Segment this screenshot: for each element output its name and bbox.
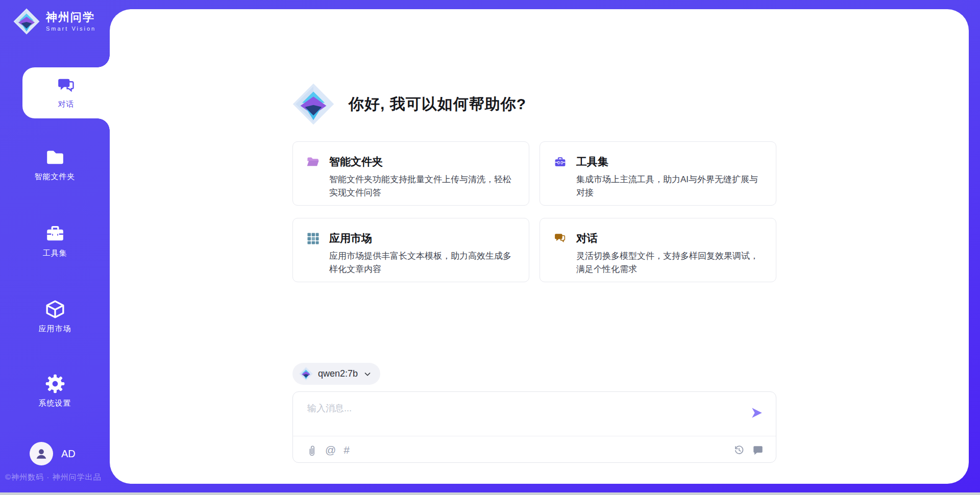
sidebar-item-label: 工具集	[43, 249, 67, 258]
topic-button[interactable]: #	[344, 444, 350, 456]
hash-icon: #	[344, 444, 350, 456]
app-root: { "brand": { "title": "神州问学", "subtitle"…	[0, 0, 980, 495]
sidebar-item-app-market[interactable]: 应用市场	[0, 299, 110, 334]
mention-button[interactable]: @	[325, 444, 336, 456]
tab-fillet-top	[97, 55, 110, 67]
history-icon	[733, 444, 745, 456]
input-divider	[293, 436, 776, 436]
card-description: 灵活切换多模型文件，支持多样回复效果调试，满足个性化需求	[576, 250, 765, 277]
feature-cards: 智能文件夹 智能文件夹功能支持批量文件上传与清洗，轻松实现文件问答 工具集 集成…	[292, 141, 776, 282]
grid-icon	[307, 232, 320, 245]
send-icon	[750, 406, 764, 419]
sidebar-item-settings[interactable]: 系统设置	[0, 374, 110, 408]
user-initials: AD	[61, 448, 76, 460]
toolbox-icon	[45, 224, 65, 244]
message-input[interactable]	[307, 402, 731, 431]
card-description: 应用市场提供丰富长文本模板，助力高效生成多样化文章内容	[329, 250, 518, 277]
person-icon	[35, 447, 48, 460]
brand-logo-block: 神州问学 Smart Vision	[13, 8, 96, 35]
cube-icon	[45, 299, 65, 319]
greeting-block: 你好, 我可以如何帮助你?	[292, 83, 776, 125]
briefcase-icon	[554, 156, 567, 168]
sidebar-item-label: 系统设置	[39, 399, 71, 408]
tab-fillet-bottom	[97, 118, 110, 131]
card-title: 智能文件夹	[329, 155, 383, 169]
new-chat-button[interactable]	[752, 444, 764, 456]
chevron-down-icon	[363, 369, 372, 379]
chat-bubble-icon	[752, 444, 764, 456]
card-toolset[interactable]: 工具集 集成市场上主流工具，助力AI与外界无缝扩展与对接	[540, 141, 776, 206]
card-description: 智能文件夹功能支持批量文件上传与清洗，轻松实现文件问答	[329, 173, 518, 200]
attach-file-button[interactable]	[306, 444, 317, 456]
card-title: 对话	[576, 231, 598, 245]
sidebar: 神州问学 Smart Vision 对话 智能文件夹 工具集 应用市场	[0, 0, 110, 495]
card-title: 工具集	[576, 155, 608, 169]
chat-bubbles-icon	[554, 232, 567, 245]
model-name: qwen2:7b	[318, 368, 358, 379]
sidebar-item-label: 应用市场	[39, 324, 71, 334]
bottom-edge-strip	[0, 492, 980, 495]
sidebar-item-toolset[interactable]: 工具集	[0, 224, 110, 258]
avatar	[30, 442, 53, 465]
message-input-box: @ #	[292, 391, 776, 463]
send-button[interactable]	[750, 406, 764, 419]
greeting-title: 你好, 我可以如何帮助你?	[349, 94, 526, 115]
brand-title: 神州问学	[46, 11, 96, 23]
paperclip-icon	[306, 444, 317, 456]
at-icon: @	[325, 444, 336, 456]
sidebar-item-label: 对话	[58, 100, 75, 109]
card-smart-folder[interactable]: 智能文件夹 智能文件夹功能支持批量文件上传与清洗，轻松实现文件问答	[292, 141, 529, 206]
history-button[interactable]	[733, 444, 745, 456]
gear-icon	[45, 374, 65, 394]
copyright-footer: ©神州数码 · 神州问学出品	[5, 473, 101, 482]
assistant-diamond-icon	[292, 83, 334, 125]
model-diamond-icon	[299, 367, 313, 381]
sidebar-item-smart-folder[interactable]: 智能文件夹	[0, 147, 110, 182]
sidebar-item-chat[interactable]: 对话	[22, 67, 110, 118]
brand-diamond-icon	[13, 8, 40, 35]
main-panel: 你好, 我可以如何帮助你? 智能文件夹 智能文件夹功能支持批量文件上传与清洗，轻…	[110, 9, 969, 484]
sidebar-item-label: 智能文件夹	[35, 172, 76, 182]
card-title: 应用市场	[329, 231, 372, 245]
content-column: 你好, 我可以如何帮助你? 智能文件夹 智能文件夹功能支持批量文件上传与清洗，轻…	[292, 9, 776, 463]
input-toolbar: @ #	[306, 441, 764, 459]
card-chat[interactable]: 对话 灵活切换多模型文件，支持多样回复效果调试，满足个性化需求	[540, 218, 776, 282]
folder-open-icon	[307, 156, 320, 168]
folder-icon	[45, 147, 65, 167]
user-profile[interactable]: AD	[30, 442, 76, 465]
chat-icon	[57, 77, 76, 96]
brand-subtitle: Smart Vision	[46, 26, 96, 32]
card-app-market[interactable]: 应用市场 应用市场提供丰富长文本模板，助力高效生成多样化文章内容	[292, 218, 529, 282]
card-description: 集成市场上主流工具，助力AI与外界无缝扩展与对接	[576, 173, 765, 200]
model-selector[interactable]: qwen2:7b	[292, 363, 380, 385]
